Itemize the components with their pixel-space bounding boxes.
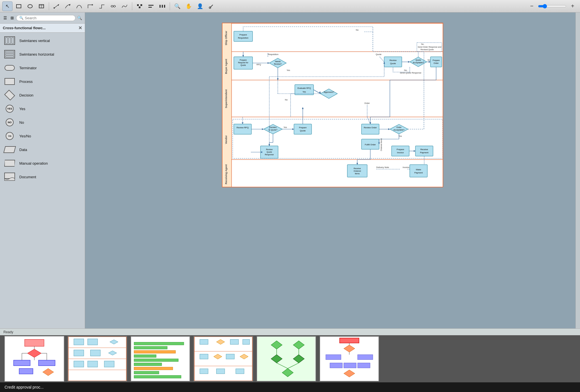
svg-text:Receiving Agent: Receiving Agent [225, 164, 228, 184]
svg-text:Acceptable?: Acceptable? [413, 62, 424, 64]
category-close-btn[interactable]: ✕ [78, 25, 82, 31]
distribute-tool[interactable] [157, 1, 167, 11]
manual-operation-icon [3, 158, 16, 168]
svg-rect-199 [88, 361, 98, 367]
svg-text:Invoice: Invoice [403, 166, 409, 169]
toolbar: ↖ 🔍 ✋ 👤 − [0, 0, 580, 12]
terminator-icon [3, 63, 16, 73]
svg-text:Invoice: Invoice [397, 151, 404, 154]
search-input[interactable] [25, 16, 72, 20]
svg-text:Prepare: Prepare [299, 126, 307, 129]
svg-text:Fulfill Order: Fulfill Order [365, 143, 376, 146]
canvas-container[interactable]: Ship Officer Buyer Agent Superintendent … [85, 12, 580, 383]
svg-text:Delivery Note: Delivery Note [376, 166, 389, 169]
shape-decision[interactable]: Decision [0, 88, 85, 102]
svg-rect-15 [139, 7, 140, 8]
panel-grid-btn[interactable]: ⊞ [9, 14, 15, 22]
shape-label-data: Data [19, 148, 27, 152]
svg-text:Order: Order [396, 126, 402, 128]
curve-tool[interactable] [74, 1, 84, 11]
shape-label-yesno: Yes/No [19, 134, 31, 138]
shape-yesno[interactable]: Y/N Yes/No [0, 129, 85, 143]
freehand-tool[interactable] [119, 1, 130, 11]
swimlane-vertical-icon [3, 35, 16, 46]
svg-text:Prepare: Prepare [433, 59, 440, 62]
thumbnail-1[interactable] [5, 336, 64, 381]
svg-rect-93 [234, 124, 251, 134]
svg-text:Make: Make [416, 168, 421, 171]
shape-label-swimlane-horizontal: Swimlanes horizontal [19, 52, 54, 56]
svg-rect-142 [410, 165, 427, 177]
svg-text:Yes: Yes [287, 69, 290, 72]
rectangle-tool[interactable] [14, 1, 24, 11]
yes-icon: YES [3, 104, 16, 114]
shape-data[interactable]: Data [0, 143, 85, 156]
align-tool[interactable] [146, 1, 156, 11]
svg-text:Receive: Receive [354, 167, 361, 169]
eyedropper-tool[interactable] [206, 1, 217, 11]
thumbnail-strip: Credit approval proc... [0, 335, 580, 392]
zoom-slider[interactable] [538, 4, 566, 9]
svg-text:Order: Order [434, 62, 439, 64]
table-tool[interactable] [36, 1, 47, 11]
svg-text:Buyer Agent: Buyer Agent [225, 59, 228, 74]
svg-rect-129 [415, 146, 433, 156]
shape-label-yes: Yes [19, 107, 25, 111]
svg-rect-239 [326, 355, 341, 360]
panel-list-btn[interactable]: ☰ [2, 14, 8, 22]
shape-swimlane-horizontal[interactable]: Swimlanes horizontal [0, 47, 85, 61]
svg-marker-9 [92, 4, 93, 6]
person-tool[interactable]: 👤 [195, 1, 205, 11]
svg-rect-200 [104, 361, 114, 367]
shape-process[interactable]: Process [0, 75, 85, 88]
pan-tool[interactable]: ✋ [184, 1, 194, 11]
svg-text:Requisition: Requisition [238, 37, 248, 39]
shape-yes[interactable]: YES Yes [0, 102, 85, 116]
shape-label-process: Process [19, 79, 33, 84]
svg-text:to Quote?: to Quote? [269, 129, 278, 131]
shape-manual-operation[interactable]: Manual operation [0, 156, 85, 170]
thumbnail-5[interactable] [257, 336, 316, 381]
thumbnail-3[interactable] [131, 336, 190, 381]
svg-text:Receive: Receive [420, 148, 428, 151]
ellipse-tool[interactable] [25, 1, 35, 11]
svg-text:Evaluate RFQ: Evaluate RFQ [297, 87, 311, 89]
svg-line-21 [210, 5, 213, 8]
svg-text:Review: Review [390, 59, 397, 62]
search-submit-btn[interactable]: 🔍 [77, 14, 83, 22]
layout-tool[interactable] [135, 1, 145, 11]
shape-no[interactable]: NO No [0, 116, 85, 129]
shape-swimlane-vertical[interactable]: Swimlanes vertical [0, 34, 85, 47]
zoom-in-button[interactable]: + [568, 1, 578, 11]
right-scrollbar[interactable] [575, 12, 580, 328]
svg-rect-202 [134, 342, 184, 345]
svg-text:Items: Items [355, 173, 360, 175]
svg-rect-192 [74, 339, 84, 345]
svg-text:Send Quote Response: Send Quote Response [400, 72, 421, 74]
search-tool-tb[interactable]: 🔍 [172, 1, 182, 11]
thumbnail-2[interactable] [68, 336, 127, 381]
svg-rect-24 [222, 23, 443, 187]
svg-text:Quote: Quote [376, 53, 381, 56]
connector-tool[interactable] [51, 1, 62, 11]
svg-text:Review Order: Review Order [364, 126, 377, 129]
shape-terminator[interactable]: Terminator [0, 61, 85, 75]
svg-text:Ordered: Ordered [354, 170, 361, 172]
svg-text:Ordered Items: Ordered Items [380, 138, 382, 151]
thumbnail-4[interactable] [194, 336, 253, 381]
shape-document[interactable]: Document [0, 170, 85, 184]
svg-text:Payment: Payment [420, 151, 429, 154]
document-icon [3, 172, 16, 182]
svg-marker-6 [58, 4, 59, 6]
svg-rect-179 [19, 368, 33, 374]
waypoint-tool[interactable] [108, 1, 118, 11]
svg-text:Requisition: Requisition [268, 53, 278, 56]
orth-connector[interactable] [85, 1, 96, 11]
svg-text:Vendor: Vendor [225, 135, 228, 144]
svg-rect-19 [162, 5, 163, 8]
zoom-out-button[interactable]: − [527, 1, 537, 11]
select-tool[interactable]: ↖ [2, 1, 12, 11]
phone-connector[interactable] [63, 1, 73, 11]
thumbnail-6[interactable] [320, 336, 379, 381]
cross-connector[interactable] [97, 1, 107, 11]
